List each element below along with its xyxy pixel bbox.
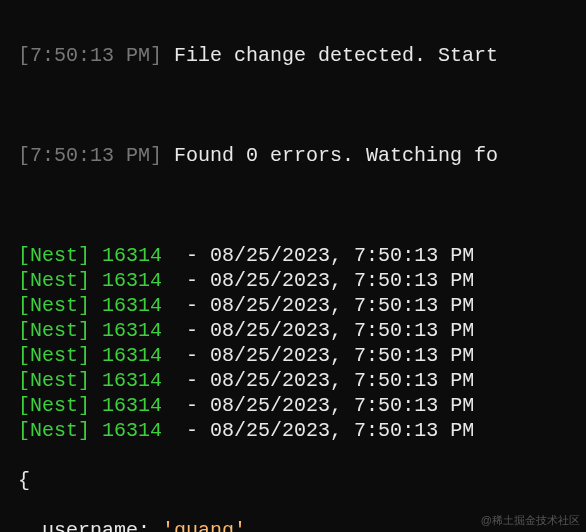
nest-pid: 16314	[102, 269, 162, 292]
timestamp: 7:50:13 PM	[30, 144, 150, 167]
nest-tag: [Nest]	[18, 344, 90, 367]
nest-tag: [Nest]	[18, 294, 90, 317]
nest-pid: 16314	[102, 369, 162, 392]
nest-timestamp: 08/25/2023, 7:50:13 PM	[210, 394, 474, 417]
nest-tag: [Nest]	[18, 244, 90, 267]
separator: -	[186, 269, 198, 292]
nest-timestamp: 08/25/2023, 7:50:13 PM	[210, 344, 474, 367]
tsc-msg: Found 0 errors. Watching fo	[174, 144, 498, 167]
nest-pid: 16314	[102, 344, 162, 367]
blank-line	[18, 193, 586, 218]
nest-tag: [Nest]	[18, 319, 90, 342]
bracket-open: [	[18, 44, 30, 67]
nest-tag: [Nest]	[18, 419, 90, 442]
separator: -	[186, 394, 198, 417]
nest-timestamp: 08/25/2023, 7:50:13 PM	[210, 419, 474, 442]
nest-pid: 16314	[102, 419, 162, 442]
separator: -	[186, 319, 198, 342]
separator: -	[186, 244, 198, 267]
comma: ,	[246, 519, 258, 532]
tsc-line-2: [7:50:13 PM] Found 0 errors. Watching fo	[18, 143, 586, 168]
nest-log-line: [Nest] 16314 - 08/25/2023, 7:50:13 PM	[18, 418, 586, 443]
bracket-open: [	[18, 144, 30, 167]
nest-pid: 16314	[102, 319, 162, 342]
nest-log-line: [Nest] 16314 - 08/25/2023, 7:50:13 PM	[18, 393, 586, 418]
nest-timestamp: 08/25/2023, 7:50:13 PM	[210, 319, 474, 342]
bracket-close: ]	[150, 44, 174, 67]
blank-line	[18, 93, 586, 118]
tsc-msg: File change detected. Start	[174, 44, 498, 67]
separator: -	[186, 369, 198, 392]
separator: -	[186, 294, 198, 317]
nest-timestamp: 08/25/2023, 7:50:13 PM	[210, 244, 474, 267]
timestamp: 7:50:13 PM	[30, 44, 150, 67]
nest-tag: [Nest]	[18, 369, 90, 392]
nest-pid: 16314	[102, 244, 162, 267]
nest-log-line: [Nest] 16314 - 08/25/2023, 7:50:13 PM	[18, 318, 586, 343]
watermark: @稀土掘金技术社区	[481, 514, 580, 528]
nest-timestamp: 08/25/2023, 7:50:13 PM	[210, 269, 474, 292]
terminal-output: [7:50:13 PM] File change detected. Start…	[0, 0, 586, 532]
nest-tag: [Nest]	[18, 394, 90, 417]
tsc-line-1: [7:50:13 PM] File change detected. Start	[18, 43, 586, 68]
nest-log-line: [Nest] 16314 - 08/25/2023, 7:50:13 PM	[18, 368, 586, 393]
nest-log-line: [Nest] 16314 - 08/25/2023, 7:50:13 PM	[18, 293, 586, 318]
bracket-close: ]	[150, 144, 174, 167]
separator: -	[186, 344, 198, 367]
separator: -	[186, 419, 198, 442]
nest-timestamp: 08/25/2023, 7:50:13 PM	[210, 294, 474, 317]
nest-log-line: [Nest] 16314 - 08/25/2023, 7:50:13 PM	[18, 243, 586, 268]
nest-tag: [Nest]	[18, 269, 90, 292]
json-open: {	[18, 468, 586, 493]
nest-pid: 16314	[102, 394, 162, 417]
nest-log-line: [Nest] 16314 - 08/25/2023, 7:50:13 PM	[18, 343, 586, 368]
key: username:	[42, 519, 150, 532]
nest-log-line: [Nest] 16314 - 08/25/2023, 7:50:13 PM	[18, 268, 586, 293]
nest-timestamp: 08/25/2023, 7:50:13 PM	[210, 369, 474, 392]
nest-pid: 16314	[102, 294, 162, 317]
value: 'guang'	[162, 519, 246, 532]
nest-log-block: [Nest] 16314 - 08/25/2023, 7:50:13 PM[Ne…	[18, 243, 586, 443]
